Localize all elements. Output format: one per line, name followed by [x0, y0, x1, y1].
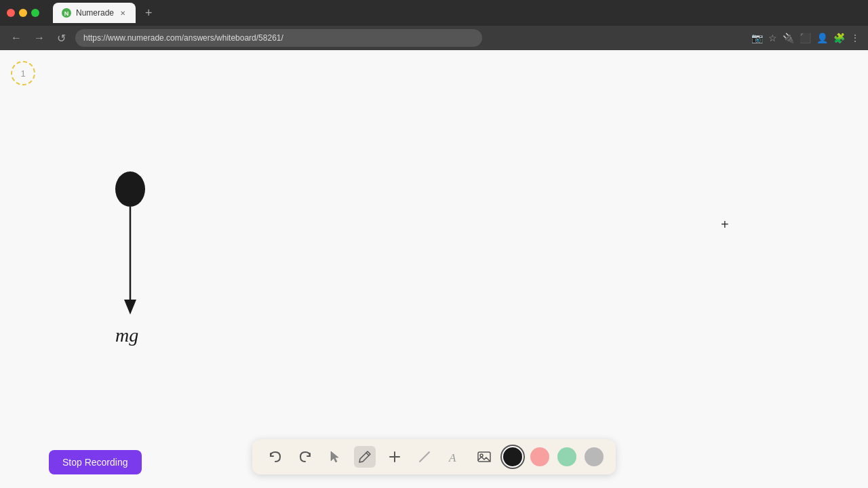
redo-button[interactable]: [294, 446, 316, 468]
url-text: https://www.numerade.com/answers/whitebo…: [83, 33, 283, 43]
whiteboard-svg: mg: [0, 50, 787, 443]
browser-window: N Numerade ✕ + ← → ↺ https://www.numerad…: [0, 0, 868, 488]
color-black[interactable]: [503, 447, 522, 466]
whiteboard-content-area[interactable]: 1 + mg Stop Recording: [0, 50, 868, 488]
refresh-button[interactable]: ↺: [54, 30, 68, 46]
maximize-button[interactable]: [31, 9, 39, 17]
undo-button[interactable]: [264, 446, 286, 468]
svg-line-7: [366, 453, 369, 455]
svg-text:N: N: [64, 10, 69, 17]
address-bar: ← → ↺ https://www.numerade.com/answers/w…: [0, 26, 868, 50]
image-tool[interactable]: [473, 446, 495, 468]
cast-icon[interactable]: 📷: [751, 33, 763, 43]
numerade-favicon: N: [61, 7, 72, 18]
svg-text:mg: mg: [115, 325, 138, 346]
svg-point-2: [115, 171, 145, 207]
drawing-toolbar: A: [252, 439, 616, 474]
bookmark-icon[interactable]: ☆: [768, 33, 777, 43]
title-bar: N Numerade ✕ +: [0, 0, 868, 26]
profile-icon[interactable]: 👤: [816, 33, 828, 43]
pen-tool[interactable]: [354, 446, 376, 468]
minimize-button[interactable]: [19, 9, 27, 17]
text-tool[interactable]: A: [443, 446, 465, 468]
tab-title: Numerade: [76, 8, 114, 18]
color-gray[interactable]: [585, 447, 604, 466]
svg-text:A: A: [448, 451, 456, 464]
add-tool[interactable]: [384, 446, 406, 468]
new-tab-button[interactable]: +: [141, 5, 157, 22]
tab-bar: N Numerade ✕ +: [53, 3, 861, 23]
extension-icon[interactable]: 🔌: [783, 33, 794, 43]
extensions-icon[interactable]: 🧩: [833, 33, 845, 43]
select-tool[interactable]: [324, 446, 346, 468]
svg-line-10: [420, 452, 429, 462]
svg-marker-5: [124, 300, 136, 314]
eraser-tool[interactable]: [414, 446, 435, 468]
color-pink[interactable]: [530, 447, 549, 466]
browser-toolbar-icons: 📷 ☆ 🔌 ⬛ 👤 🧩 ⋮: [751, 33, 860, 43]
traffic-lights: [7, 9, 39, 17]
url-bar[interactable]: https://www.numerade.com/answers/whitebo…: [75, 29, 482, 47]
apps-icon[interactable]: ⬛: [800, 33, 811, 43]
stop-recording-button[interactable]: Stop Recording: [49, 450, 142, 474]
forward-button[interactable]: →: [31, 30, 47, 45]
color-green[interactable]: [557, 447, 576, 466]
close-button[interactable]: [7, 9, 15, 17]
tab-close-button[interactable]: ✕: [118, 8, 127, 18]
active-tab[interactable]: N Numerade ✕: [53, 3, 136, 23]
menu-icon[interactable]: ⋮: [850, 33, 860, 43]
back-button[interactable]: ←: [8, 30, 24, 45]
